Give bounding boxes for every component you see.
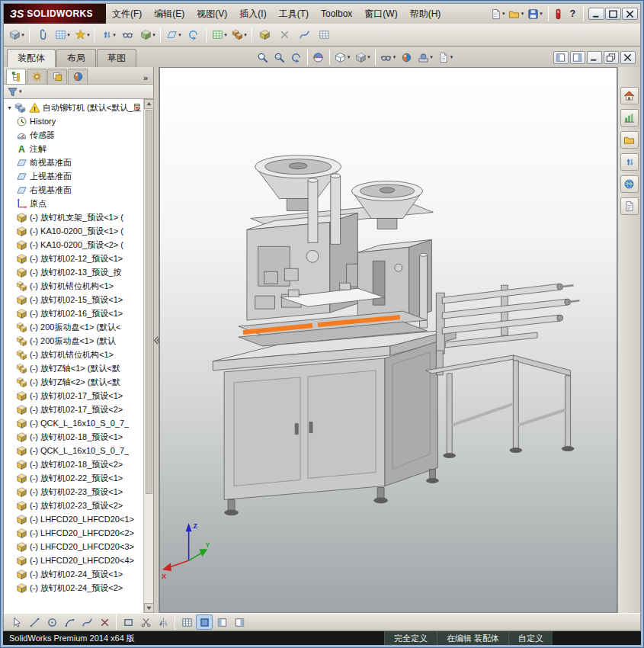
menu-item[interactable]: 插入(I) [233,5,272,24]
menu-item[interactable]: 工具(T) [273,5,315,24]
tree-item[interactable]: 右视基准面 [5,183,143,197]
panel-splitter[interactable] [154,67,159,613]
point-button[interactable] [96,614,113,630]
tree-scrollbar[interactable] [143,99,153,613]
show-hidden-components-button[interactable] [118,25,137,45]
smart-fasteners-button[interactable]: ▾ [72,25,91,45]
exploded-view-button[interactable]: ▾ [229,25,248,45]
minimize-window-button[interactable] [588,8,604,20]
section-view-button[interactable] [310,49,327,66]
tree-item[interactable]: (-) 放钉机错位机构<1> [5,279,143,293]
circle-button[interactable] [43,614,60,630]
appearances-scenes-button[interactable] [620,175,639,193]
restore-document-button[interactable] [604,51,619,64]
tree-item[interactable]: (-) 放钉机支架_预设<1> ( [5,210,143,224]
edit-appearance-button[interactable] [398,49,415,66]
tree-item[interactable]: (-) 放钉机02-24_预设<1> [5,567,143,581]
machine-model[interactable]: Z X Y [160,68,617,612]
display-style-button[interactable]: ▾ [352,49,373,66]
featuremanager-tree-button[interactable] [6,69,26,84]
status-custom-button[interactable]: 自定义 [508,631,553,645]
pane-left-button[interactable] [553,51,569,64]
mate-diagnostics-button[interactable] [275,25,294,45]
graphics-area[interactable]: Z X Y [159,67,617,613]
tree-item[interactable]: (-) 放钉机02-18_预设<2> [5,457,143,471]
view-palette-button[interactable] [620,153,639,171]
pane-display-button[interactable] [231,614,248,630]
minimize-document-button[interactable] [587,51,602,64]
line-button[interactable] [26,614,43,630]
tree-item[interactable]: (-) KA10-0200_预设<1> ( [5,224,143,238]
linear-component-pattern-button[interactable]: ▾ [53,25,72,45]
tree-item[interactable]: (-) 放钉机02-22_预设<1> [5,471,143,485]
performance-indicator-icon[interactable] [553,8,565,20]
instant3d-button[interactable] [255,25,274,45]
tree-item[interactable]: (-) QCK_L_16x10_S_0_7_ [5,416,143,430]
mate-button[interactable] [33,25,52,45]
tree-item[interactable]: (-) 放钉机02-17_预设<2> [5,403,143,416]
pane-right-button[interactable] [570,51,585,64]
move-component-button[interactable]: ▾ [98,25,117,45]
scroll-up-icon[interactable] [144,99,154,109]
custom-properties-button[interactable] [620,197,639,215]
view-orientation-button[interactable]: ▾ [332,49,353,66]
zoom-to-area-button[interactable] [271,49,288,66]
tree-item[interactable]: (-) LHFCD20_LHFCD20<3> [5,540,143,553]
panel-overflow-button[interactable]: » [140,73,151,84]
tree-item[interactable]: (-) 放钉机02-12_预设<1> [5,252,143,265]
apply-scene-button[interactable]: ▾ [415,49,435,66]
hide-show-items-button[interactable]: ▾ [378,49,399,66]
tree-item[interactable]: (-) 放钉Z轴<1> (默认<默 [5,361,143,375]
menu-item[interactable]: 文件(F) [106,5,148,24]
reference-geometry-button[interactable]: ▾ [164,25,183,45]
view-settings-button[interactable]: ▾ [435,49,456,66]
tree-item[interactable]: 原点 [5,197,143,210]
insert-components-button[interactable]: ▾ [7,25,26,45]
menu-item[interactable]: 编辑(E) [148,5,191,24]
corner-rectangle-button[interactable] [120,614,136,630]
bill-of-materials-button[interactable]: ▾ [210,25,229,45]
mirror-entities-button[interactable] [155,614,171,630]
commandmanager-tab[interactable]: 布局 [56,49,96,67]
tree-item[interactable]: 传感器 [5,128,143,142]
tree-item[interactable]: (-) 放钉机02-24_预设<2> [5,581,143,595]
measure-button[interactable] [315,25,334,45]
displaymanager-button[interactable] [68,69,88,84]
previous-view-button[interactable] [288,49,305,66]
zoom-to-fit-button[interactable] [255,49,271,66]
tree-item[interactable]: (-) 放钉机02-13_预设_按 [5,265,143,279]
tree-item[interactable]: (-) 放钉机02-17_预设<1> [5,389,143,403]
design-library-button[interactable] [620,109,639,127]
tree-item[interactable]: (-) QCK_L_16x10_S_0_7_ [5,444,143,457]
propertymanager-button[interactable] [27,69,46,84]
tree-item[interactable]: (-) 放钉机02-23_预设<2> [5,499,143,512]
new-motion-study-button[interactable] [184,25,203,45]
menu-item[interactable]: 视图(V) [191,5,233,24]
tree-item[interactable]: (-) 放钉机02-23_预设<1> [5,485,143,499]
tree-item[interactable]: (-) KA10-0200_预设<2> ( [5,238,143,252]
commandmanager-tab[interactable]: 装配体 [7,49,56,67]
shaded-sketch-contours-button[interactable] [196,614,213,630]
tree-item[interactable]: (-) LHFCD20_LHFCD20<4> [5,553,143,567]
tree-item[interactable]: (-) 200振动盘<1> (默认< [5,320,143,334]
tree-item[interactable]: 前视基准面 [5,156,143,169]
tree-item[interactable]: (-) 放钉机02-15_预设<1> [5,293,143,306]
save-document-button[interactable]: ▾ [525,7,544,21]
new-document-button[interactable]: ▾ [488,7,507,21]
menu-item[interactable]: Toolbox [315,5,358,24]
solidworks-resources-button[interactable] [620,87,639,104]
tree-item[interactable]: (-) 放钉机02-16_预设<1> [5,306,143,320]
spline-button[interactable] [78,614,95,630]
scroll-down-icon[interactable] [144,603,154,613]
tree-item[interactable]: A注解 [5,142,143,156]
configurationmanager-button[interactable] [47,69,67,84]
tree-item[interactable]: (-) LHFCD20_LHFCD20<2> [5,526,143,540]
menu-item[interactable]: 窗口(W) [358,5,403,24]
arc-button[interactable] [61,614,78,630]
commandmanager-tab[interactable]: 草图 [97,49,136,67]
trim-entities-button[interactable] [137,614,154,630]
open-document-button[interactable]: ▾ [507,7,526,21]
spline-tools-button[interactable] [295,25,314,45]
tree-item[interactable]: (-) 放钉机错位机构<1> [5,348,143,361]
tree-item[interactable]: (-) 放钉Z轴<2> (默认<默 [5,375,143,389]
